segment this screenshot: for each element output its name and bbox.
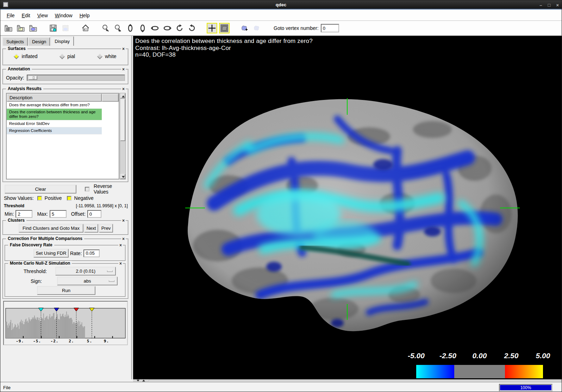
zoom-out-icon[interactable]	[100, 23, 111, 33]
radio-icon[interactable]	[97, 53, 103, 59]
tab-design[interactable]: Design	[28, 37, 50, 46]
next-cluster-button[interactable]: Next	[84, 224, 98, 233]
radio-icon[interactable]	[14, 53, 19, 59]
close-button[interactable]: ×	[556, 2, 559, 8]
threshold-histogram[interactable]: -9.-5.-2.2.5.9.	[3, 301, 128, 345]
crosshair-tool-button[interactable]	[207, 23, 217, 33]
offset-label: Offset:	[71, 211, 86, 217]
load-project-file-icon[interactable]	[15, 23, 26, 33]
cursor-mark-bottom	[347, 304, 348, 320]
show-values-label: Show Values:	[4, 195, 34, 201]
restore-home-view-icon[interactable]	[80, 23, 91, 33]
mc-sign-dropdown[interactable]: abs	[57, 277, 118, 285]
histogram-tick-label: -5.	[33, 339, 41, 343]
goto-vertex-label: Goto vertex number:	[274, 25, 319, 31]
view-dof-line: n=40, DOF=38	[135, 51, 313, 58]
marker-tool-button[interactable]	[219, 23, 230, 33]
run-simulation-button[interactable]: Run	[37, 286, 95, 295]
menu-edit[interactable]: Edit	[19, 11, 35, 20]
set-using-fdr-button[interactable]: Set Using FDR	[33, 249, 69, 258]
surface-option-inflated[interactable]: inflated	[14, 53, 37, 59]
rotate-right-icon[interactable]	[162, 23, 173, 33]
analysis-row[interactable]: Does the average thickness differ from z…	[7, 102, 102, 109]
analysis-row[interactable]: Residual Error StdDev	[7, 120, 102, 127]
goto-vertex-input[interactable]	[321, 24, 339, 32]
roll-cw-icon[interactable]	[187, 23, 197, 33]
clear-button[interactable]: Clear	[5, 185, 76, 194]
positive-checkbox[interactable]	[37, 196, 42, 201]
annotation-close-icon[interactable]: ×	[121, 67, 126, 72]
negative-checkbox[interactable]	[67, 196, 71, 201]
montecarlo-group: Monte Carlo Null-Z Simulation × Threshol…	[5, 263, 126, 297]
minimize-button[interactable]: –	[539, 2, 542, 8]
reverse-values-checkbox[interactable]	[85, 187, 89, 191]
max-label: Max:	[37, 211, 48, 217]
save-project-file-icon[interactable]	[48, 23, 58, 33]
scroll-up-icon[interactable]	[142, 380, 145, 381]
analysis-scrollbar[interactable]	[120, 93, 126, 179]
surface-option-pial[interactable]: pial	[60, 53, 75, 59]
rotate-left-icon[interactable]	[150, 23, 160, 33]
scroll-track[interactable]	[149, 380, 562, 381]
scrollbar-thumb[interactable]	[120, 99, 125, 141]
view-overlay-text: Does the correlation between thickness a…	[135, 38, 313, 58]
colorbar-label: 5.00	[536, 352, 550, 360]
tab-bar: SubjectsDesignDisplay	[2, 37, 74, 46]
progress-bar: 100%	[499, 384, 552, 391]
reverse-values-label: Reverse Values	[94, 183, 128, 195]
correction-close-icon[interactable]: ×	[121, 236, 126, 241]
tab-display[interactable]: Display	[50, 36, 74, 46]
fdr-group: False Discovery Rate × Set Using FDR Rat…	[5, 245, 126, 261]
roll-ccw-icon[interactable]	[174, 23, 185, 33]
opacity-slider[interactable]	[27, 75, 125, 81]
scroll-up-icon[interactable]	[120, 93, 125, 99]
surface-option-white[interactable]: white	[98, 53, 117, 59]
negative-label: Negative	[74, 195, 94, 201]
offset-input[interactable]	[87, 210, 101, 218]
empty-column-header[interactable]	[102, 94, 119, 102]
load-label-icon[interactable]	[28, 23, 38, 33]
montecarlo-close-icon[interactable]: ×	[118, 261, 123, 266]
opacity-slider-handle[interactable]	[28, 76, 37, 80]
toolbar: Goto vertex number:	[0, 21, 562, 36]
scroll-down-icon[interactable]	[137, 380, 139, 381]
statusbar: File 100%	[0, 382, 562, 392]
menu-window[interactable]: Window	[52, 11, 77, 20]
prev-cluster-button[interactable]: Prev	[99, 224, 113, 233]
threshold-range: [-11.9958, 11.9958] x [0, 1]	[76, 203, 128, 208]
rotate-up-icon[interactable]	[125, 23, 136, 33]
rate-input[interactable]	[83, 249, 100, 257]
scroll-down-icon[interactable]	[120, 174, 125, 179]
analysis-results-close-icon[interactable]: ×	[121, 87, 126, 91]
threshold-label: Threshold	[4, 203, 24, 208]
menu-view[interactable]: View	[35, 11, 52, 20]
titlebar[interactable]: qdec – □ ×	[0, 0, 562, 10]
add-selection-icon[interactable]	[239, 23, 250, 33]
zoom-in-icon[interactable]	[113, 23, 123, 33]
min-input[interactable]	[15, 210, 32, 218]
menu-help[interactable]: Help	[77, 11, 94, 20]
analysis-row-selected[interactable]: Does the correlation between thickness a…	[7, 109, 102, 120]
clusters-close-icon[interactable]: ×	[121, 218, 126, 223]
rotate-down-icon[interactable]	[137, 23, 148, 33]
fdr-close-icon[interactable]: ×	[118, 243, 123, 248]
description-column-header[interactable]: Description	[7, 94, 102, 102]
surfaces-close-icon[interactable]: ×	[121, 46, 126, 51]
analysis-row[interactable]: Regression Coefficients	[7, 127, 102, 134]
radio-icon[interactable]	[60, 53, 65, 59]
view-scroll-strip[interactable]	[133, 379, 562, 382]
annotation-group: Annotation × Opacity:	[2, 69, 129, 84]
load-data-table-icon[interactable]	[3, 23, 14, 33]
render-view[interactable]: Does the correlation between thickness a…	[133, 36, 562, 379]
tab-subjects[interactable]: Subjects	[2, 37, 28, 46]
correction-group: Correction For Multiple Comparisons × Fa…	[2, 239, 129, 299]
menu-file[interactable]: File	[4, 11, 19, 20]
mc-threshold-dropdown[interactable]: 2.0 (0.01)	[55, 267, 116, 276]
max-input[interactable]	[50, 210, 67, 218]
maximize-button[interactable]: □	[548, 2, 551, 8]
save-snapshot-icon	[60, 23, 71, 33]
find-clusters-button[interactable]: Find Clusters and Goto Max	[19, 224, 83, 233]
qdec-window: qdec – □ × FileEditViewWindowHelp Goto v…	[0, 0, 562, 392]
brain-surface-render[interactable]	[186, 98, 520, 333]
clusters-group: Clusters × Find Clusters and Goto Max Ne…	[2, 220, 129, 235]
